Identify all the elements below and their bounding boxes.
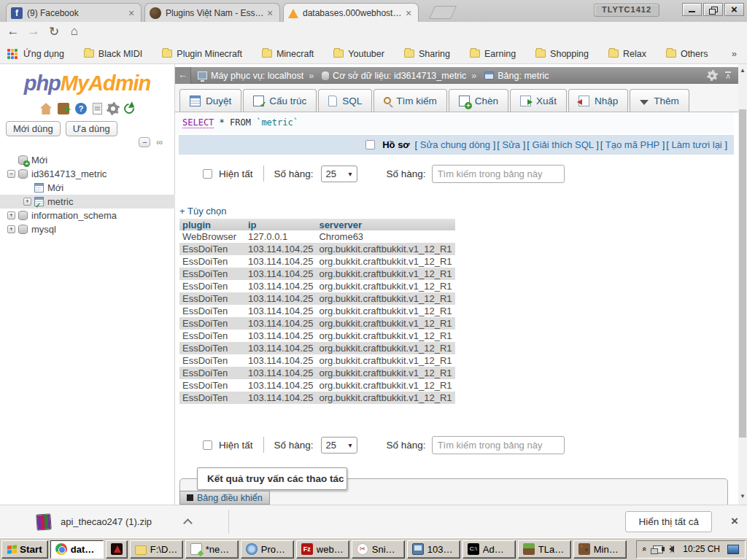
download-item[interactable]: api_thecao247 (1).zip	[26, 510, 229, 534]
home-icon[interactable]	[40, 103, 52, 114]
pma-logo[interactable]: phpMyAdmin	[0, 71, 174, 96]
pma-tab-SQL[interactable]: SQL	[318, 89, 372, 112]
column-header[interactable]: ip	[245, 219, 316, 230]
download-chevron-icon[interactable]	[183, 518, 193, 528]
sql-query-display[interactable]: SELECT * FROM `metric`	[175, 112, 734, 133]
scroll-up-icon[interactable]	[738, 66, 747, 76]
taskbar-item-garena[interactable]	[106, 540, 128, 559]
tree-item-mysql[interactable]: + mysql	[0, 222, 175, 236]
profiling-link[interactable]: Giải thích SQL	[527, 139, 599, 150]
show-all-checkbox[interactable]	[203, 169, 212, 179]
bookmark-folder[interactable]: Minecraft	[262, 49, 314, 59]
scrollbar[interactable]	[738, 64, 747, 505]
tree-item-metric[interactable]: + metric	[0, 195, 175, 209]
pma-tab-Cấu trúc[interactable]: Cấu trúc	[243, 89, 317, 112]
bookmark-folder[interactable]: Sharing	[404, 49, 450, 59]
bookmark-folder[interactable]: Relax	[608, 49, 646, 59]
profile-badge[interactable]: TLYTC1412	[594, 4, 659, 17]
collapse-all-icon[interactable]	[139, 137, 150, 147]
bookmark-folder[interactable]: Black MIDI	[84, 49, 142, 59]
rows-select[interactable]: 25	[321, 437, 357, 454]
home-icon[interactable]: ⌂	[66, 24, 83, 39]
column-header[interactable]: serverver	[316, 219, 454, 230]
reload-navigation-icon[interactable]	[122, 101, 136, 116]
tree-item-Mới[interactable]: Mới	[0, 153, 175, 167]
table-search-input[interactable]	[432, 436, 565, 454]
profiling-link[interactable]: Sửa chung dòng	[415, 139, 496, 150]
close-shelf-icon[interactable]	[731, 514, 738, 529]
tree-item-information_schema[interactable]: + information_schema	[0, 209, 175, 222]
taskbar-item-cmd[interactable]: Admini...	[462, 540, 516, 559]
tab-close-icon[interactable]	[403, 7, 414, 19]
taskbar-item-remote[interactable]: 103.11...	[407, 540, 460, 559]
taskbar-item-chrome[interactable]: datab...	[50, 540, 104, 559]
bookmark-apps[interactable]: Ứng dụng	[23, 49, 64, 59]
tray-chevron-icon[interactable]	[640, 547, 649, 551]
help-icon[interactable]	[75, 103, 87, 114]
taskbar-item-filezilla[interactable]: websit...	[296, 540, 349, 559]
bookmark-folder[interactable]: Shopping	[535, 49, 589, 59]
rows-select[interactable]: 25	[321, 166, 357, 182]
bookmark-folder[interactable]: Plugin Minecraft	[162, 49, 242, 59]
taskbar-item-snipping[interactable]: Snippin...	[352, 540, 405, 559]
pma-tab-Nhập[interactable]: Nhập	[568, 89, 628, 112]
breadcrumb-server[interactable]: Máy phục vụ: localhost	[211, 71, 303, 81]
bookmark-folder[interactable]: Youtuber	[333, 49, 384, 59]
pma-tab-Tìm kiếm[interactable]: Tìm kiếm	[374, 89, 447, 112]
tree-expander-icon[interactable]: +	[23, 198, 31, 206]
show-desktop-icon[interactable]	[727, 545, 739, 554]
bookmarks-overflow-icon[interactable]	[732, 48, 737, 59]
tree-expander-icon[interactable]: −	[7, 170, 15, 178]
back-icon[interactable]: ←	[4, 24, 22, 39]
settings-gear-icon[interactable]	[108, 104, 118, 114]
browser-tab-0[interactable]: f (9) Facebook	[6, 3, 142, 22]
link-with-main-icon[interactable]	[156, 137, 163, 147]
console-tab[interactable]: Bảng điều khiển	[179, 491, 270, 505]
profiling-link[interactable]: Tạo mã PHP	[600, 139, 665, 150]
taskbar-item-minecraft[interactable]: Minecr...	[573, 540, 627, 559]
pma-tab-Chèn[interactable]: Chèn	[449, 89, 508, 112]
taskbar-item-process[interactable]: Proces...	[241, 540, 294, 559]
taskbar-item-folder[interactable]: F:\Des...	[130, 540, 183, 559]
breadcrumb-database[interactable]: Cơ sở dữ liệu: id3614713_metric	[333, 71, 466, 81]
refresh-icon[interactable]: ↻	[45, 24, 63, 39]
recent-tables-button[interactable]: Mới dùng	[6, 121, 61, 136]
docs-icon[interactable]	[93, 103, 102, 114]
profiling-checkbox[interactable]	[365, 140, 375, 149]
bookmark-folder[interactable]: Earning	[470, 49, 516, 59]
taskbar-item-tlauncher[interactable]: TLaunc...	[518, 540, 571, 559]
tree-expander-icon[interactable]: +	[7, 211, 15, 219]
logout-icon[interactable]	[58, 103, 69, 114]
restore-button[interactable]	[703, 3, 723, 16]
profiling-link[interactable]: Sửa	[497, 139, 525, 150]
pma-tab-Duyệt[interactable]: Duyệt	[179, 89, 241, 112]
tree-item-Mới[interactable]: Mới	[0, 181, 175, 195]
tree-expander-icon[interactable]: +	[7, 225, 15, 233]
favorite-tables-button[interactable]: Ưa dùng	[66, 121, 117, 136]
browser-tab-1[interactable]: Plugins Việt Nam - Essentia	[144, 3, 280, 22]
close-button[interactable]	[724, 3, 744, 16]
tab-close-icon[interactable]	[126, 7, 136, 19]
options-toggle-link[interactable]: + Tùy chọn	[179, 206, 226, 217]
column-header[interactable]: plugin	[179, 219, 245, 230]
new-tab-button[interactable]	[429, 6, 457, 19]
show-all-checkbox[interactable]	[203, 440, 212, 450]
start-button[interactable]: Start	[1, 540, 48, 559]
profiling-link[interactable]: Làm tươi lại	[666, 139, 727, 150]
speaker-icon[interactable]	[669, 545, 674, 553]
scrollbar-thumb[interactable]	[739, 109, 746, 438]
minimize-button[interactable]	[682, 3, 702, 16]
pma-tab-Thêm[interactable]: Thêm	[630, 89, 689, 112]
taskbar-item-notepad[interactable]: *new 1...	[185, 540, 239, 559]
breadcrumb-table[interactable]: Bảng: metric	[498, 71, 549, 81]
breadcrumb-back-icon[interactable]	[175, 67, 191, 84]
show-all-downloads-button[interactable]: Hiển thị tất cả	[625, 511, 712, 532]
bookmark-folder[interactable]: Others	[666, 49, 708, 59]
table-search-input[interactable]	[432, 165, 565, 183]
scroll-down-icon[interactable]	[738, 491, 747, 502]
collapse-top-icon[interactable]	[725, 71, 731, 80]
browser-tab-2[interactable]: databases.000webhost.com	[283, 3, 419, 22]
apps-grid-icon[interactable]	[7, 49, 18, 59]
tab-close-icon[interactable]	[265, 7, 275, 19]
tree-item-id3614713_metric[interactable]: − id3614713_metric	[0, 167, 175, 181]
